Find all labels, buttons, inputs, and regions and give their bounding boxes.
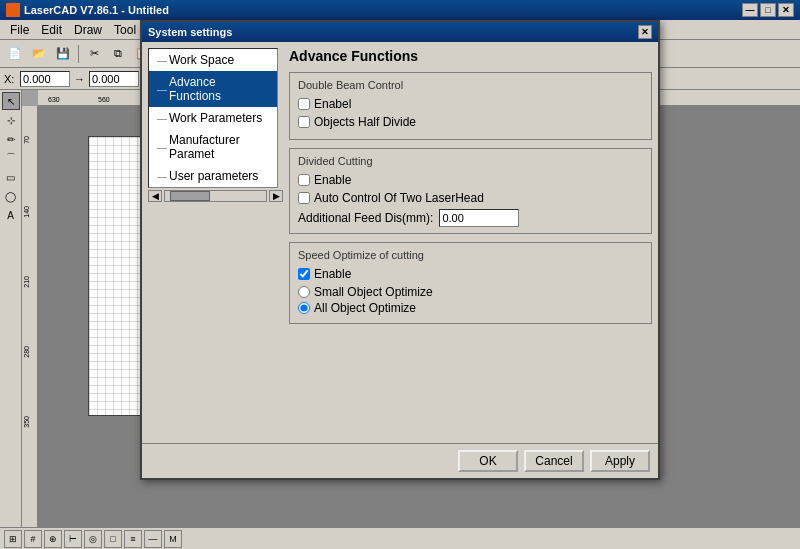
dialog-footer: OK Cancel Apply: [142, 443, 658, 478]
nav-prefix-4: —: [157, 142, 167, 153]
dialog-close-btn[interactable]: ✕: [638, 25, 652, 39]
content-panel: Advance Functions Double Beam Control En…: [289, 48, 652, 437]
nav-prefix-2: —: [157, 84, 167, 95]
system-settings-dialog: System settings ✕ — Work Space — Advance…: [140, 20, 660, 480]
enabel-label[interactable]: Enabel: [314, 97, 351, 111]
app-window: LaserCAD V7.86.1 - Untitled — □ ✕ File E…: [0, 0, 800, 549]
content-title: Advance Functions: [289, 48, 652, 64]
speed-optimize-title: Speed Optimize of cutting: [298, 249, 643, 261]
scroll-thumb[interactable]: [170, 191, 210, 201]
cancel-button[interactable]: Cancel: [524, 450, 584, 472]
auto-control-label[interactable]: Auto Control Of Two LaserHead: [314, 191, 484, 205]
dialog-body: — Work Space — Advance Functions — Work …: [142, 42, 658, 443]
nav-prefix-5: —: [157, 171, 167, 182]
speed-optimize-enable-row: Enable: [298, 267, 643, 281]
nav-label-user-parameters: User parameters: [169, 169, 258, 183]
additional-feed-label: Additional Feed Dis(mm):: [298, 211, 433, 225]
nav-user-parameters[interactable]: — User parameters: [149, 165, 277, 187]
nav-panel: — Work Space — Advance Functions — Work …: [148, 48, 283, 437]
double-beam-section: Double Beam Control Enabel Objects Half …: [289, 72, 652, 140]
all-object-optimize-radio[interactable]: [298, 302, 310, 314]
divided-cutting-enable-checkbox[interactable]: [298, 174, 310, 186]
speed-optimize-section: Speed Optimize of cutting Enable Small O…: [289, 242, 652, 324]
nav-label-advance-functions: Advance Functions: [169, 75, 269, 103]
small-object-optimize-row: Small Object Optimize: [298, 285, 643, 299]
enabel-checkbox[interactable]: [298, 98, 310, 110]
objects-half-divide-row: Objects Half Divide: [298, 115, 643, 129]
objects-half-divide-label[interactable]: Objects Half Divide: [314, 115, 416, 129]
scroll-track[interactable]: [164, 190, 267, 202]
nav-work-parameters[interactable]: — Work Parameters: [149, 107, 277, 129]
apply-button[interactable]: Apply: [590, 450, 650, 472]
small-object-optimize-radio[interactable]: [298, 286, 310, 298]
dialog-title-bar: System settings ✕: [142, 22, 658, 42]
speed-optimize-enable-label[interactable]: Enable: [314, 267, 351, 281]
nav-label-manufacturer-parameters: Manufacturer Paramet: [169, 133, 269, 161]
additional-feed-row: Additional Feed Dis(mm):: [298, 209, 643, 227]
divided-cutting-enable-label[interactable]: Enable: [314, 173, 351, 187]
scroll-right-btn[interactable]: ▶: [269, 190, 283, 202]
auto-control-row: Auto Control Of Two LaserHead: [298, 191, 643, 205]
divided-cutting-enable-row: Enable: [298, 173, 643, 187]
auto-control-checkbox[interactable]: [298, 192, 310, 204]
divided-cutting-section: Divided Cutting Enable Auto Control Of T…: [289, 148, 652, 234]
divided-cutting-title: Divided Cutting: [298, 155, 643, 167]
speed-optimize-enable-checkbox[interactable]: [298, 268, 310, 280]
all-object-optimize-label[interactable]: All Object Optimize: [314, 301, 416, 315]
nav-tree: — Work Space — Advance Functions — Work …: [148, 48, 278, 188]
nav-work-space[interactable]: — Work Space: [149, 49, 277, 71]
nav-manufacturer-parameters[interactable]: — Manufacturer Paramet: [149, 129, 277, 165]
dialog-title: System settings: [148, 26, 638, 38]
nav-prefix-1: —: [157, 55, 167, 66]
scroll-left-btn[interactable]: ◀: [148, 190, 162, 202]
enabel-row: Enabel: [298, 97, 643, 111]
double-beam-title: Double Beam Control: [298, 79, 643, 91]
nav-label-work-parameters: Work Parameters: [169, 111, 262, 125]
objects-half-divide-checkbox[interactable]: [298, 116, 310, 128]
nav-prefix-3: —: [157, 113, 167, 124]
small-object-optimize-label[interactable]: Small Object Optimize: [314, 285, 433, 299]
nav-scrollbar-area: ◀ ▶: [148, 190, 283, 202]
all-object-optimize-row: All Object Optimize: [298, 301, 643, 315]
nav-label-work-space: Work Space: [169, 53, 234, 67]
dialog-overlay: System settings ✕ — Work Space — Advance…: [0, 0, 800, 549]
nav-advance-functions[interactable]: — Advance Functions: [149, 71, 277, 107]
ok-button[interactable]: OK: [458, 450, 518, 472]
additional-feed-input[interactable]: [439, 209, 519, 227]
